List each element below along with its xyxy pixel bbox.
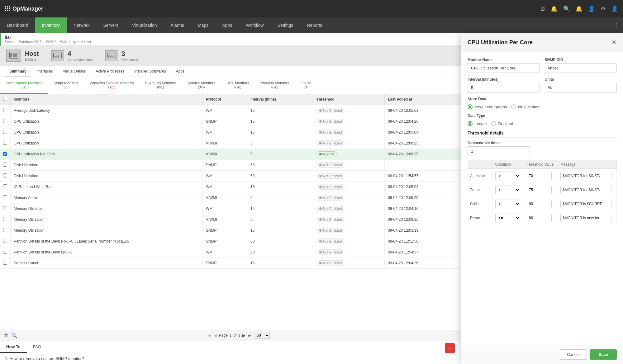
user-circle-icon[interactable]: 👤 — [611, 5, 618, 12]
row-checkbox[interactable] — [0, 138, 11, 149]
store-no-option[interactable]: No,just alert — [511, 104, 540, 109]
threshold-condition-0[interactable]: > >= < <= — [495, 172, 520, 180]
row-checkbox[interactable] — [0, 127, 11, 138]
decimal-radio[interactable] — [491, 121, 496, 126]
table-row[interactable]: Disk Utilization WMI 60 Not Enabled 09-0… — [0, 171, 461, 182]
table-row[interactable]: Average Disk Latency WMI 15 Not Enabled … — [0, 105, 461, 116]
sub-tab-active-processes[interactable]: Active Processes — [91, 66, 129, 77]
table-row[interactable]: Disk Utilization SNMP 60 Not Enabled — [0, 160, 461, 171]
table-row[interactable]: CPU Utilization Per Core VIWMI 5 Normal … — [0, 149, 461, 160]
consecutive-input[interactable] — [468, 146, 530, 156]
row-checkbox[interactable] — [0, 203, 11, 214]
table-row[interactable]: Memory Utilization VIWMI 5 Not Enabled 0… — [0, 214, 461, 225]
monitor-tab-windows-service[interactable]: Windows Service Monitors (1/1) — [84, 77, 139, 94]
monitor-tab-script[interactable]: Script Monitors (0/3) — [48, 77, 84, 94]
delete-icon[interactable]: 🗑 — [4, 333, 9, 338]
threshold-condition-2[interactable]: > >= < <= — [495, 200, 520, 208]
table-row[interactable]: Partition Details of the Device (%)-C:\ … — [0, 236, 461, 247]
sub-tab-installed-softwares[interactable]: Installed Softwares — [130, 66, 170, 77]
row-checkbox[interactable] — [0, 236, 11, 247]
search-icon[interactable]: 🔍 — [563, 5, 570, 12]
bottom-tab-how-to[interactable]: How To — [0, 341, 27, 353]
units-input[interactable] — [545, 83, 617, 92]
person-icon[interactable]: 👤 — [588, 5, 595, 12]
table-row[interactable]: IO Read and Write Rate WMI 15 Not Enable… — [0, 182, 461, 192]
nav-item-settings[interactable]: Settings — [271, 17, 300, 33]
row-checkbox[interactable] — [0, 160, 11, 171]
table-row[interactable]: CPU Utilization WMI 15 Not Enabled 09-04… — [0, 127, 461, 138]
nav-item-inventory[interactable]: Inventory — [35, 17, 67, 33]
nav-item-reports[interactable]: Reports — [300, 17, 329, 33]
threshold-value-2[interactable] — [527, 200, 552, 208]
row-checkbox[interactable] — [0, 116, 11, 127]
notification-icon[interactable]: 🔔 — [576, 5, 583, 12]
nav-item-network[interactable]: Network — [67, 17, 96, 33]
monitor-tab-performance[interactable]: Performance Monitors (0/15) — [0, 77, 48, 94]
sub-tab-virtual-details[interactable]: Virtual Details — [58, 66, 90, 77]
close-panel-btn[interactable]: ✕ — [611, 39, 617, 46]
table-row[interactable]: Process Count SNMP 15 Not Enabled 09-04-… — [0, 258, 461, 269]
bottom-tab-faq[interactable]: FAQ — [27, 341, 47, 353]
row-checkbox[interactable] — [0, 105, 11, 116]
store-no-radio[interactable] — [511, 104, 516, 109]
row-checkbox[interactable] — [0, 192, 11, 203]
nav-more-icon[interactable]: ⋮ — [613, 21, 623, 29]
threshold-condition-3[interactable]: > >= < <= — [495, 214, 520, 222]
table-row[interactable]: Memory Utilization SNMP 15 Not Enabled 0… — [0, 225, 461, 236]
integer-radio[interactable] — [468, 121, 473, 126]
threshold-msg-2[interactable] — [560, 200, 611, 208]
nav-item-dashboard[interactable]: Dashboard — [0, 17, 35, 33]
nav-item-apps[interactable]: Apps — [215, 17, 239, 33]
snmp-oid-input[interactable] — [545, 63, 617, 73]
prev-page-btn[interactable]: ◀ — [214, 333, 217, 338]
last-page-btn[interactable]: ⏭ — [248, 333, 252, 338]
sub-tab-interfaces[interactable]: Interfaces — [32, 66, 57, 77]
nav-item-alarms[interactable]: Alarms — [164, 17, 191, 33]
monitor-tab-url[interactable]: URL Monitors (0/0) — [221, 77, 255, 94]
bell-icon[interactable]: 🔔 — [551, 5, 558, 12]
threshold-value-0[interactable] — [527, 172, 552, 180]
monitor-name-input[interactable] — [468, 63, 540, 73]
settings-icon[interactable]: ⚙ — [601, 5, 606, 12]
monitor-tab-process[interactable]: Process Monitors (0/0) — [255, 77, 295, 94]
row-checkbox[interactable] — [0, 149, 11, 160]
table-row[interactable]: Memory Utilization WMI 15 Not Enabled 09… — [0, 203, 461, 214]
row-checkbox[interactable] — [0, 171, 11, 182]
nav-item-servers[interactable]: Servers — [96, 17, 125, 33]
integer-option[interactable]: Integer — [468, 121, 487, 126]
threshold-msg-0[interactable] — [560, 172, 611, 180]
nav-item-workflow[interactable]: Workflow — [239, 17, 270, 33]
table-row[interactable]: CPU Utilization SNMP 15 Not Enabled 09-0… — [0, 116, 461, 127]
nav-item-maps[interactable]: Maps — [191, 17, 215, 33]
per-page-select[interactable]: 50 25 100 — [254, 332, 270, 339]
select-all-checkbox[interactable] — [3, 97, 7, 101]
threshold-msg-1[interactable] — [560, 186, 611, 194]
next-page-btn[interactable]: ▶ — [242, 333, 246, 338]
row-checkbox[interactable] — [0, 258, 11, 269]
monitor-tab-eventlog[interactable]: EventLog Monitors (0/1) — [139, 77, 182, 94]
store-yes-option[interactable]: Yes,I need graphs — [468, 104, 507, 109]
first-page-btn[interactable]: ⏮ — [207, 333, 212, 338]
collapse-bottom-btn[interactable]: − — [445, 343, 455, 353]
threshold-value-1[interactable] — [527, 186, 552, 194]
table-row[interactable]: CPU Utilization VIWMI 5 Not Enabled 09-0… — [0, 138, 461, 149]
interval-input[interactable] — [468, 83, 540, 92]
decimal-option[interactable]: Decimal — [491, 121, 513, 126]
row-checkbox[interactable] — [0, 182, 11, 192]
cancel-button[interactable]: Cancel — [560, 349, 587, 360]
row-checkbox[interactable] — [0, 214, 11, 225]
sub-tab-apps[interactable]: Apps — [172, 66, 189, 77]
row-checkbox[interactable] — [0, 225, 11, 236]
nav-item-virtualization[interactable]: Virtualization — [125, 17, 164, 33]
sub-tab-summary[interactable]: Summary — [5, 66, 31, 77]
monitor-tab-file[interactable]: File M... (0/... — [295, 77, 320, 94]
threshold-value-3[interactable] — [527, 214, 552, 222]
monitor-icon[interactable]: 🖥 — [540, 6, 545, 12]
table-row[interactable]: Partition Details of the Device(%)-C: WM… — [0, 247, 461, 258]
row-checkbox[interactable] — [0, 247, 11, 258]
threshold-condition-1[interactable]: > >= < <= — [495, 186, 520, 194]
table-row[interactable]: Memory Active VIWMI 5 Not Enabled 09-04-… — [0, 192, 461, 203]
save-button[interactable]: Save — [590, 349, 617, 360]
search-table-icon[interactable]: 🔍 — [11, 333, 17, 338]
monitor-tab-service[interactable]: Service Monitors (0/0) — [182, 77, 221, 94]
